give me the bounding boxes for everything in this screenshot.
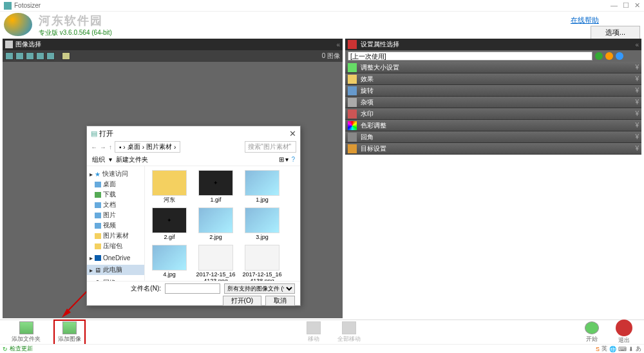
search-input[interactable]: 搜索"图片素材" [245, 141, 296, 153]
tool-icon[interactable] [36, 52, 44, 60]
misc-icon [348, 98, 357, 107]
filename-label: 文件名(N): [131, 284, 161, 293]
sidebar-network[interactable]: ▾🖧网络 [87, 278, 144, 281]
dialog-footer: 文件名(N): 所有支持的图像文件 (*.jpg;*.jif 打开(O) 取消 [87, 281, 300, 305]
dialog-titlebar: ▤ 打开 ✕ [87, 126, 300, 140]
help-link[interactable]: 在线帮助 [571, 15, 599, 25]
thumbnail [245, 207, 279, 233]
breadcrumb[interactable]: ▪ › 桌面 › 图片素材 › [115, 141, 180, 153]
image-icon [62, 321, 77, 334]
collapse-icon[interactable]: « [336, 41, 340, 48]
cancel-button[interactable]: 取消 [265, 296, 295, 306]
right-panel-title: 设置属性选择 [361, 40, 399, 49]
folder-icon [152, 170, 187, 196]
preset-save-icon[interactable] [595, 52, 603, 60]
preset-icon[interactable] [616, 52, 623, 60]
thumbnail: ✦ [198, 170, 233, 196]
move-button[interactable]: 移动 [303, 320, 325, 345]
status-bar: ↻ 检查更新 S英🌐⌨⬇あ [0, 344, 644, 353]
version-line: 专业版 v3.6.0.564 (64-bit) [39, 28, 112, 37]
section-rotate[interactable]: 旋转¥ [345, 85, 641, 97]
move-all-button[interactable]: 全部移动 [334, 320, 365, 345]
open-button[interactable]: 打开(O) [223, 296, 261, 306]
left-panel-title: 图像选择 [15, 40, 41, 49]
file-item[interactable]: ✦1.gif [195, 170, 236, 204]
up-button[interactable]: ↑ [109, 144, 112, 151]
bottom-toolbar: 添加文件夹 添加图像 移动 全部移动 开始 退出 [0, 320, 644, 344]
tool-icon[interactable] [26, 52, 34, 60]
file-item[interactable]: 2017-12-15_164138.png [242, 245, 283, 281]
sidebar-material[interactable]: 图片素材 [87, 231, 144, 241]
section-color[interactable]: 色彩调整¥ [345, 120, 641, 131]
status-text: 检查更新 [10, 345, 33, 353]
file-item[interactable]: 2.jpg [195, 207, 236, 241]
back-button[interactable]: ← [91, 144, 97, 151]
forward-button[interactable]: → [100, 144, 106, 151]
start-button[interactable]: 开始 [581, 320, 603, 345]
section-misc[interactable]: 杂项¥ [345, 97, 641, 108]
options-button[interactable]: 选项... [591, 26, 640, 39]
left-toolbar: 0 图像 [3, 50, 343, 62]
tool-icon[interactable] [46, 52, 55, 60]
file-item[interactable]: 2017-12-15_164123.png [195, 245, 236, 281]
maximize-button[interactable]: ☐ [623, 1, 629, 10]
app-icon [4, 2, 12, 10]
dialog-body: ▸★快速访问 桌面 下载 文档 图片 视频 图片素材 压缩包 ▸OneDrive… [87, 166, 300, 281]
sidebar-downloads[interactable]: 下载 [87, 189, 144, 200]
file-item[interactable]: 4.jpg [149, 245, 190, 281]
sidebar-pictures[interactable]: 图片 [87, 210, 144, 220]
sidebar-quick-access[interactable]: ▸★快速访问 [87, 169, 144, 179]
settings-panel: 设置属性选择 « [上一次使用] 调整大小设置¥ 效果¥ 旋转¥ 杂项¥ 水印¥… [345, 39, 641, 353]
add-folder-button[interactable]: 添加文件夹 [8, 320, 44, 345]
view-button[interactable]: ⊞ ▾ [279, 156, 289, 163]
sidebar-videos[interactable]: 视频 [87, 220, 144, 231]
thumbnail [198, 245, 233, 271]
thumbnail [198, 207, 233, 233]
section-effects[interactable]: 效果¥ [345, 73, 641, 85]
dialog-sidebar: ▸★快速访问 桌面 下载 文档 图片 视频 图片素材 压缩包 ▸OneDrive… [87, 166, 145, 281]
section-corner[interactable]: 回角¥ [345, 131, 641, 143]
filename-input[interactable] [165, 283, 220, 294]
move-all-icon [342, 321, 356, 334]
tool-icon[interactable] [5, 52, 14, 60]
file-item[interactable]: ✦2.gif [149, 207, 190, 241]
new-folder-button[interactable]: 新建文件夹 [116, 155, 148, 164]
corner-icon [348, 133, 357, 142]
sidebar-documents[interactable]: 文档 [87, 200, 144, 210]
exit-button[interactable]: 退出 [612, 318, 636, 346]
resize-icon [348, 63, 357, 72]
file-item[interactable]: 河东 [149, 170, 190, 204]
sidebar-compressed[interactable]: 压缩包 [87, 241, 144, 251]
organize-menu[interactable]: 组织 [92, 155, 105, 164]
add-image-button[interactable]: 添加图像 [53, 320, 86, 345]
sidebar-this-pc[interactable]: ▸🖥此电脑 [87, 265, 144, 275]
preset-row: [上一次使用] [345, 50, 641, 62]
tool-icon[interactable] [62, 52, 70, 60]
section-watermark[interactable]: 水印¥ [345, 108, 641, 120]
sidebar-desktop[interactable]: 桌面 [87, 179, 144, 189]
image-count: 0 图像 [322, 52, 340, 61]
rotate-icon [348, 86, 357, 95]
power-icon [616, 320, 632, 336]
minimize-button[interactable]: — [611, 1, 618, 10]
close-button[interactable]: ✕ [634, 1, 640, 10]
left-panel-header: 图像选择 « [3, 39, 343, 50]
section-target[interactable]: 目标设置¥ [345, 143, 641, 155]
file-list[interactable]: 河东 ✦1.gif 1.jpg ✦2.gif 2.jpg 3.jpg 4.jpg… [145, 166, 300, 281]
help-icon[interactable]: ? [291, 156, 295, 163]
preset-select[interactable]: [上一次使用] [348, 52, 592, 61]
tool-icon[interactable] [15, 52, 24, 60]
preset-icon[interactable] [605, 52, 613, 60]
thumbnail [152, 245, 187, 271]
dialog-title: 打开 [99, 129, 113, 138]
play-icon [585, 321, 599, 334]
filter-select[interactable]: 所有支持的图像文件 (*.jpg;*.jif [224, 283, 295, 294]
file-item[interactable]: 3.jpg [242, 207, 283, 241]
file-item[interactable]: 1.jpg [242, 170, 283, 204]
system-tray: S英🌐⌨⬇あ [596, 345, 641, 353]
sidebar-onedrive[interactable]: ▸OneDrive [87, 254, 144, 262]
dialog-path-bar: ← → ↑ ▪ › 桌面 › 图片素材 › 搜索"图片素材" [87, 140, 300, 153]
dialog-close-button[interactable]: ✕ [289, 129, 296, 138]
section-resize[interactable]: 调整大小设置¥ [345, 62, 641, 73]
collapse-icon[interactable]: « [635, 41, 639, 48]
